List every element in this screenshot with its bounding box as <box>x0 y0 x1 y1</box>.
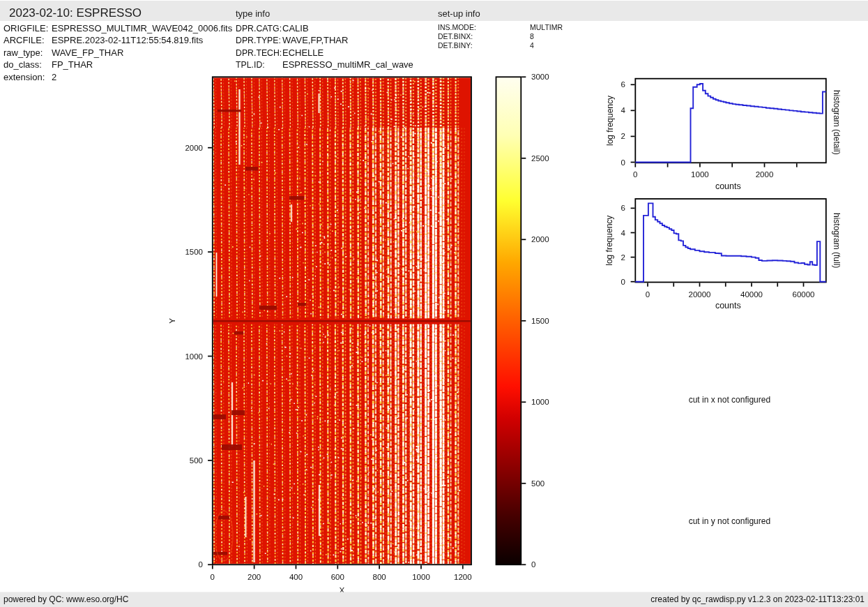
svg-text:log frequency: log frequency <box>605 96 615 146</box>
svg-text:0: 0 <box>531 560 535 569</box>
svg-text:MULTIMR: MULTIMR <box>530 23 563 31</box>
svg-text:DPR.CATG:: DPR.CATG: <box>236 24 282 33</box>
svg-text:2000: 2000 <box>756 170 774 179</box>
svg-text:ARCFILE:: ARCFILE: <box>3 35 45 45</box>
svg-text:histogram (detail): histogram (detail) <box>832 90 842 155</box>
svg-text:0: 0 <box>621 158 625 167</box>
svg-text:INS.MODE:: INS.MODE: <box>438 23 476 31</box>
svg-text:type info: type info <box>236 8 270 19</box>
svg-text:1000: 1000 <box>185 352 203 361</box>
svg-text:1000: 1000 <box>531 398 549 406</box>
svg-text:500: 500 <box>190 456 203 465</box>
svg-text:6: 6 <box>621 80 625 89</box>
svg-text:2: 2 <box>52 72 56 82</box>
svg-text:cut in y not configured: cut in y not configured <box>689 516 770 526</box>
svg-text:FP_THAR: FP_THAR <box>52 59 93 70</box>
svg-text:cut in x not configured: cut in x not configured <box>689 395 770 405</box>
svg-text:0: 0 <box>621 278 625 286</box>
svg-text:raw_type:: raw_type: <box>3 47 43 58</box>
svg-text:1000: 1000 <box>691 170 709 179</box>
svg-text:ESPRESSO_MULTIMR_WAVE042_0006.: ESPRESSO_MULTIMR_WAVE042_0006.fits <box>52 23 233 33</box>
svg-text:ORIGFILE:: ORIGFILE: <box>3 23 48 33</box>
svg-text:0: 0 <box>633 170 637 179</box>
svg-text:4: 4 <box>621 229 626 237</box>
svg-text:800: 800 <box>373 573 386 581</box>
svg-text:DPR.TYPE:: DPR.TYPE: <box>236 36 281 45</box>
svg-text:powered by QC: www.eso.org/HC: powered by QC: www.eso.org/HC <box>3 594 129 604</box>
svg-text:DET.BINX:: DET.BINX: <box>438 32 473 40</box>
svg-text:ESPRE.2023-02-11T12:55:54.819.: ESPRE.2023-02-11T12:55:54.819.fits <box>52 35 204 45</box>
svg-text:1000: 1000 <box>412 573 430 581</box>
svg-text:2: 2 <box>621 253 625 262</box>
svg-text:log frequency: log frequency <box>605 216 615 266</box>
svg-text:extension:: extension: <box>3 72 45 82</box>
svg-text:2: 2 <box>621 132 625 140</box>
svg-text:ESPRESSO_multiMR_cal_wave: ESPRESSO_multiMR_cal_wave <box>282 59 413 70</box>
svg-text:WAVE,FP,THAR: WAVE,FP,THAR <box>282 35 348 45</box>
svg-text:2023-02-10: ESPRESSO: 2023-02-10: ESPRESSO <box>9 6 142 20</box>
svg-text:counts: counts <box>715 181 741 191</box>
svg-text:0: 0 <box>646 290 650 299</box>
svg-text:ECHELLE: ECHELLE <box>282 47 324 58</box>
svg-text:counts: counts <box>715 301 741 310</box>
svg-text:1200: 1200 <box>454 573 472 581</box>
svg-text:histogram (full): histogram (full) <box>832 213 842 268</box>
svg-text:0: 0 <box>199 560 203 569</box>
svg-text:do_class:: do_class: <box>3 59 42 70</box>
svg-text:400: 400 <box>289 573 303 581</box>
svg-text:20000: 20000 <box>689 290 711 299</box>
svg-text:DPR.TECH:: DPR.TECH: <box>236 48 282 58</box>
svg-text:created by qc_rawdisp.py v1.2.: created by qc_rawdisp.py v1.2.3 on 2023-… <box>650 594 865 604</box>
svg-text:set-up info: set-up info <box>438 8 480 19</box>
svg-text:4: 4 <box>621 106 626 114</box>
svg-text:1500: 1500 <box>531 317 549 325</box>
svg-text:3000: 3000 <box>531 73 549 81</box>
svg-text:200: 200 <box>248 573 261 581</box>
svg-text:CALIB: CALIB <box>282 23 309 33</box>
svg-text:60000: 60000 <box>793 290 815 299</box>
svg-text:0: 0 <box>211 573 215 581</box>
svg-text:8: 8 <box>530 32 534 40</box>
svg-text:2000: 2000 <box>531 235 549 243</box>
svg-text:4: 4 <box>530 41 534 50</box>
svg-text:40000: 40000 <box>740 290 763 299</box>
svg-text:Y: Y <box>168 318 177 324</box>
svg-text:6: 6 <box>621 204 625 212</box>
svg-text:600: 600 <box>331 573 344 581</box>
svg-text:2500: 2500 <box>531 154 549 163</box>
svg-text:500: 500 <box>531 479 545 488</box>
svg-text:1500: 1500 <box>185 248 203 256</box>
svg-text:WAVE_FP_THAR: WAVE_FP_THAR <box>52 47 123 58</box>
svg-text:2000: 2000 <box>185 144 203 152</box>
svg-text:DET.BINY:: DET.BINY: <box>438 41 473 50</box>
svg-text:TPL.ID:: TPL.ID: <box>236 60 265 70</box>
